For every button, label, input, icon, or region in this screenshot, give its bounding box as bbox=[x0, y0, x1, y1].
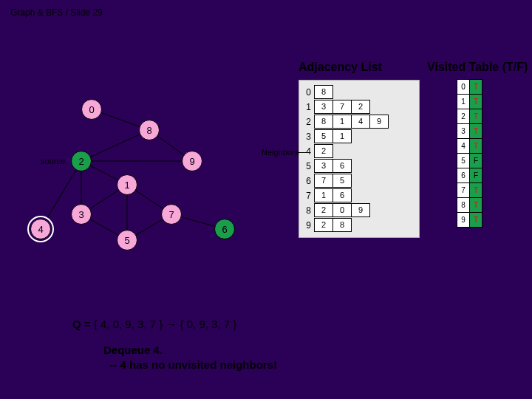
neighbors-label: Neighbors bbox=[262, 148, 299, 157]
graph-node-6: 6 bbox=[214, 219, 235, 239]
queue-contents: { 4, 0, 9, 3, 7 } → { 0, 9, 3, 7 } bbox=[94, 318, 236, 330]
visited-row: 0T bbox=[457, 80, 482, 95]
visited-row: 7T bbox=[457, 183, 482, 198]
graph-node-5: 5 bbox=[117, 230, 137, 250]
source-label: source bbox=[41, 157, 65, 166]
queue-display: Q = { 4, 0, 9, 3, 7 } → { 0, 9, 3, 7 } bbox=[72, 318, 236, 330]
visited-row: 3T bbox=[457, 124, 482, 139]
adjacency-list-image: 08137228149351425366757168209928 bbox=[299, 80, 420, 238]
step-message-line1: Dequeue 4. bbox=[103, 343, 277, 358]
adjacency-row: 1372 bbox=[299, 100, 419, 114]
adjacency-row: 675 bbox=[299, 174, 419, 188]
graph-node-7: 7 bbox=[161, 204, 182, 225]
visited-row: 2T bbox=[457, 109, 482, 124]
visited-table-title: Visited Table (T/F) bbox=[427, 61, 528, 74]
adjacency-row: 716 bbox=[299, 188, 419, 202]
graph-node-0: 0 bbox=[81, 99, 102, 120]
visited-row: 8T bbox=[457, 198, 482, 213]
adjacency-row: 351 bbox=[299, 129, 419, 143]
visited-row: 5F bbox=[457, 154, 482, 168]
adjacency-list-title: Adjacency List bbox=[299, 61, 382, 74]
visited-table: 0T1T2T3T4T5F6F7T8T9T bbox=[457, 80, 482, 228]
visited-row: 1T bbox=[457, 95, 482, 109]
neighbors-pointer bbox=[296, 152, 309, 153]
adjacency-row: 8209 bbox=[299, 203, 419, 217]
graph-node-1: 1 bbox=[117, 174, 137, 195]
visited-row: 6F bbox=[457, 168, 482, 183]
graph-node-2: 2 bbox=[71, 151, 92, 171]
adjacency-row: 42 bbox=[299, 144, 419, 158]
queue-label: Q = bbox=[72, 318, 91, 330]
graph-node-3: 3 bbox=[71, 204, 92, 225]
slide-header: Graph & BFS / Slide 29 bbox=[10, 7, 103, 18]
graph-node-9: 9 bbox=[182, 151, 202, 171]
graph-node-8: 8 bbox=[139, 120, 160, 140]
adjacency-row: 28149 bbox=[299, 115, 419, 129]
step-message-line2: -- 4 has no unvisited neighbors! bbox=[103, 358, 277, 372]
visited-row: 4T bbox=[457, 139, 482, 154]
adjacency-row: 536 bbox=[299, 159, 419, 173]
svg-line-2 bbox=[81, 130, 149, 161]
visited-row: 9T bbox=[457, 213, 482, 228]
dequeued-highlight bbox=[27, 216, 54, 242]
adjacency-row: 08 bbox=[299, 85, 419, 99]
adjacency-row: 928 bbox=[299, 218, 419, 232]
step-message: Dequeue 4. -- 4 has no unvisited neighbo… bbox=[103, 343, 277, 373]
graph-edges bbox=[0, 0, 532, 399]
